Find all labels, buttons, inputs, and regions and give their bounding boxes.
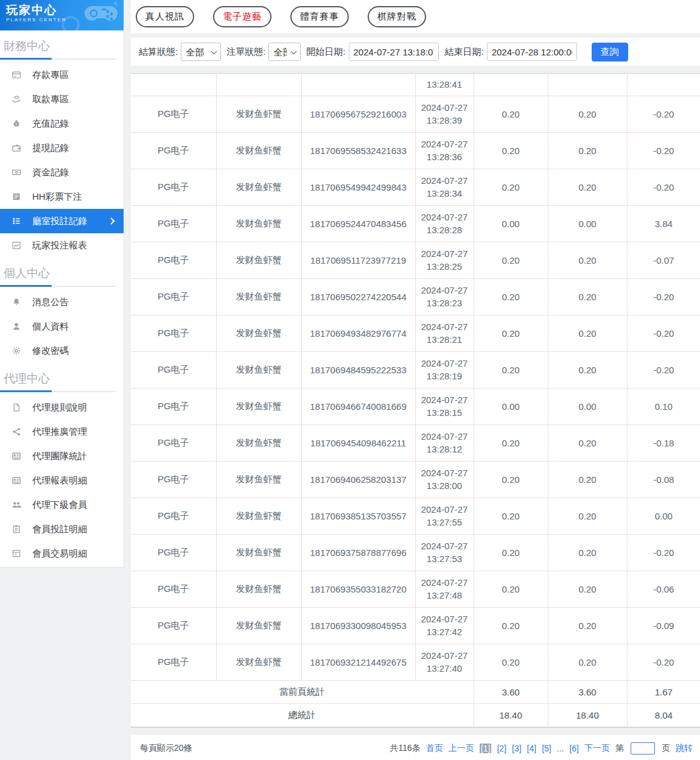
cell-time: 2024-07-2713:28:28: [415, 205, 474, 242]
table-row: PG电子发财鱼虾蟹18170693550331827202024-07-2713…: [131, 571, 700, 607]
cell-bet-amount: 0.20: [474, 571, 548, 607]
sidebar-item[interactable]: 取款專區: [0, 87, 124, 111]
page-link[interactable]: [3]: [512, 744, 522, 753]
cell-order-id: 1817069406258203137: [301, 461, 415, 498]
sidebar-item-label: 個人資料: [32, 321, 69, 332]
cell-bet-amount: 0.20: [474, 278, 548, 315]
jump-button[interactable]: 跳转: [676, 743, 693, 754]
cell-game: 发财鱼虾蟹: [216, 205, 301, 242]
cell-date-line: 2024-07-27: [416, 540, 474, 552]
sidebar-item[interactable]: 個人資料: [0, 314, 124, 339]
main-content: 真人視訊電子遊藝體育賽事棋牌對戰 結算狀態: 全部 注單狀態: 全部 開始日期:…: [131, 0, 700, 760]
cell-profit: 0.00: [627, 498, 700, 534]
sidebar-item[interactable]: 代理報表明細: [0, 468, 124, 493]
page-link[interactable]: [4]: [527, 744, 537, 753]
cell-time-line: 13:28:36: [416, 150, 474, 163]
sidebar-item[interactable]: 會員投註明細: [0, 517, 124, 541]
cell-platform: PG电子: [131, 205, 216, 242]
sidebar-item-label: HH彩票下注: [32, 191, 82, 203]
cell-time: 2024-07-2713:28:12: [415, 424, 474, 461]
wallet-icon: [12, 143, 21, 153]
tab-active[interactable]: 電子遊藝: [213, 6, 271, 27]
order-status-select[interactable]: 全部: [268, 43, 301, 61]
cell-game: 发财鱼虾蟹: [216, 424, 301, 461]
cell-bet-amount: 0.00: [474, 205, 548, 242]
filter-bar: 結算狀態: 全部 注單狀態: 全部 開始日期: 結束日期: 查詢: [131, 38, 700, 66]
cell-game: 发财鱼虾蟹: [216, 388, 301, 424]
end-date-input[interactable]: [487, 43, 577, 61]
sidebar-item[interactable]: 資金記錄: [0, 160, 124, 185]
settle-status-select[interactable]: 全部: [181, 43, 221, 61]
sidebar-item[interactable]: 修改密碼: [0, 339, 124, 363]
jump-label-before: 第: [615, 743, 624, 754]
sidebar-item[interactable]: 會員交易明細: [0, 541, 124, 566]
cell-order-id: 1817069321214492675: [301, 644, 415, 680]
cell-order-id: 1817069355033182720: [301, 571, 415, 607]
cell-platform: PG电子: [131, 607, 216, 644]
table-row-partial: 13:28:41: [131, 74, 700, 96]
tab-category[interactable]: 棋牌對戰: [368, 6, 426, 27]
cell-platform: PG电子: [131, 132, 216, 169]
cell-time-line: 13:27:53: [416, 552, 474, 565]
sidebar-item[interactable]: 消息公告: [0, 290, 124, 314]
bell-icon: [12, 297, 21, 307]
last-page-link[interactable]: [6]: [569, 744, 579, 753]
cell-order-id: 1817069484595222533: [301, 351, 415, 388]
cell-order-id: 1817069385135703557: [301, 498, 415, 534]
first-page-link[interactable]: 首页: [426, 743, 443, 754]
cell-time-line: 13:28:39: [416, 114, 474, 127]
page-link[interactable]: [2]: [497, 744, 506, 753]
cell-platform: PG电子: [131, 534, 216, 571]
id-card-icon: [12, 451, 21, 461]
page-current[interactable]: [1]: [480, 744, 492, 753]
start-date-label: 開始日期:: [306, 46, 345, 58]
tab-category[interactable]: 真人視訊: [136, 6, 194, 27]
cell-date-line: 2024-07-27: [416, 174, 474, 187]
sidebar-item[interactable]: HH彩票下注: [0, 185, 124, 209]
next-page-link[interactable]: 下一页: [584, 743, 610, 754]
page-link[interactable]: [5]: [542, 744, 551, 753]
cell-date-line: 2024-07-27: [416, 466, 474, 479]
sidebar-item[interactable]: 充值記錄: [0, 111, 124, 136]
jump-label-after: 页: [662, 743, 670, 754]
cell-bet-amount: 0.20: [474, 169, 548, 205]
start-date-input[interactable]: [349, 43, 439, 61]
user-icon: [12, 322, 21, 331]
cell-profit: -0.20: [627, 96, 700, 132]
clipboard-icon: [12, 524, 21, 534]
search-button[interactable]: 查詢: [592, 43, 628, 62]
cell-profit: 0.10: [627, 388, 700, 424]
sidebar-item[interactable]: 代理推廣管理: [0, 420, 124, 444]
sidebar-item-label: 會員交易明細: [32, 548, 87, 560]
cell-valid-bet: [548, 74, 627, 96]
section-divider: [0, 58, 116, 60]
sidebar-item[interactable]: 廳室投註記錄: [0, 209, 124, 233]
summary-label: 總統計: [131, 703, 474, 727]
prev-page-link[interactable]: 上一页: [449, 743, 474, 754]
cell-bet-amount: 0.20: [474, 315, 548, 351]
file-icon: [12, 403, 21, 412]
jump-page-input[interactable]: [631, 742, 655, 755]
cell-time: 2024-07-2713:28:19: [415, 351, 474, 388]
sidebar-item[interactable]: 代理團隊統計: [0, 444, 124, 468]
tab-category[interactable]: 體育賽事: [290, 6, 349, 27]
cell-date-line: 2024-07-27: [416, 211, 474, 223]
cell-date-line: 2024-07-27: [416, 430, 474, 443]
cell-order-id: 1817069375878877696: [301, 534, 415, 571]
sidebar-item-label: 消息公告: [32, 297, 69, 308]
sidebar-item[interactable]: 存款專區: [0, 63, 124, 87]
sidebar-item[interactable]: 代理規則說明: [0, 395, 124, 420]
cell-time: 2024-07-2713:28:39: [415, 96, 474, 132]
sidebar-item-label: 會員投註明細: [32, 524, 87, 535]
sidebar-item[interactable]: 提現記錄: [0, 136, 124, 160]
cell-valid-bet: 0.20: [548, 242, 627, 278]
cell-game: 发财鱼虾蟹: [216, 315, 301, 351]
settle-status-wrap: 全部: [181, 43, 221, 61]
sidebar-item[interactable]: 玩家投注報表: [0, 233, 124, 258]
gear-icon: [12, 346, 21, 356]
cell-valid-bet: 0.20: [548, 461, 627, 498]
sidebar-item[interactable]: 代理下級會員: [0, 493, 124, 517]
cell-platform: PG电子: [131, 315, 216, 351]
cell-order-id: 1817069511723977219: [301, 242, 415, 278]
cell-date-line: 2024-07-27: [416, 576, 474, 589]
